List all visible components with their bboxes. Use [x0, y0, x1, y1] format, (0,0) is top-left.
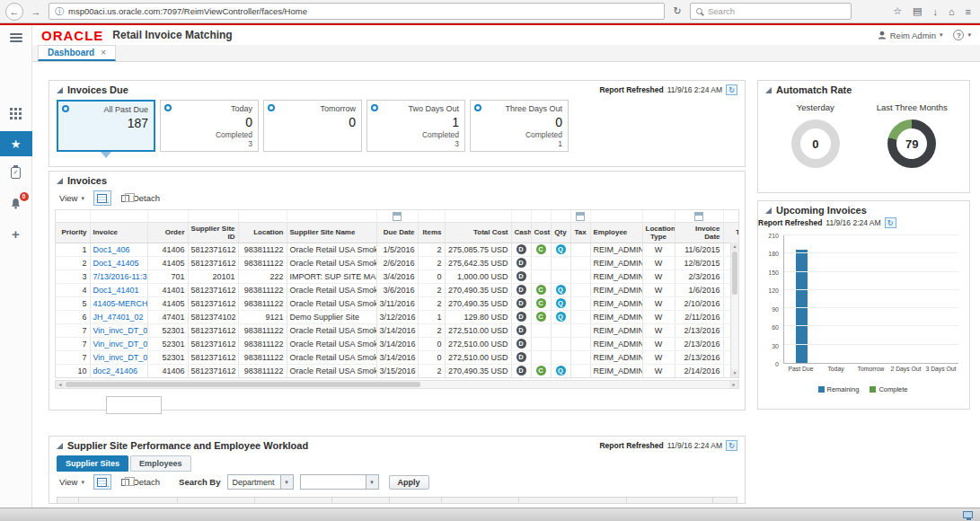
column-header-invoice[interactable]: Invoice: [90, 222, 147, 243]
column-header-location[interactable]: Location: [238, 222, 287, 243]
column-header-tax[interactable]: Tax: [570, 222, 590, 243]
user-menu[interactable]: Reim Admin ▾ ? ▾: [878, 30, 971, 40]
invoice-link[interactable]: Vin_invc_DT_0...: [93, 326, 148, 335]
search-by-select[interactable]: Department ▾: [227, 474, 294, 490]
scroll-right-arrow[interactable]: ►: [729, 381, 738, 388]
bar-past-due[interactable]: [796, 250, 808, 363]
calendar-icon[interactable]: [393, 212, 402, 221]
reload-button[interactable]: ↻: [669, 4, 685, 20]
collapse-triangle-icon[interactable]: [765, 208, 772, 214]
hamburger-icon: [10, 31, 22, 44]
invoices-due-card-three-days-out[interactable]: Three Days Out0Completed1: [470, 100, 569, 152]
calendar-icon[interactable]: [694, 212, 703, 221]
column-header-supplier-site-id[interactable]: Supplier Site ID: [188, 222, 238, 243]
collapse-triangle-icon[interactable]: [57, 87, 63, 93]
nav-dashboard-button[interactable]: ★: [0, 131, 32, 156]
invoice-link[interactable]: 41405-MERCH1: [93, 299, 148, 308]
column-header-total-cost[interactable]: Total Cost: [445, 222, 511, 243]
collapse-triangle-icon[interactable]: [57, 178, 63, 184]
invoice-row[interactable]: 37/13/2016-11:3670120101222IMPORT: SUP S…: [56, 269, 739, 283]
nav-tasks-button[interactable]: ✓: [0, 160, 32, 185]
column-header: [79, 498, 178, 504]
tab-supplier-sites[interactable]: Supplier Sites: [57, 455, 128, 472]
invoice-row[interactable]: 10doc2_41406414065812371612983811122Orac…: [56, 364, 739, 377]
menu-icon[interactable]: ≡: [966, 6, 971, 17]
bookmark-star-icon[interactable]: ☆: [893, 5, 902, 17]
search-value-select[interactable]: ▾: [300, 474, 379, 490]
column-header-invoice-date[interactable]: Invoice Date: [675, 222, 723, 243]
export-to-excel-button[interactable]: [93, 474, 111, 490]
detach-button[interactable]: Detach: [118, 475, 163, 489]
nav-notifications-button[interactable]: 0: [0, 190, 32, 216]
export-to-excel-button[interactable]: [93, 190, 111, 206]
nav-add-button[interactable]: +: [0, 221, 32, 246]
invoices-due-card-all-past-due[interactable]: All Past Due187: [57, 100, 155, 152]
refresh-report-icon[interactable]: ↻: [726, 440, 737, 451]
browser-search-field[interactable]: Search: [690, 3, 852, 20]
forward-button[interactable]: →: [28, 4, 44, 20]
invoice-link[interactable]: Vin_invc_DT_0...: [93, 353, 148, 362]
view-menu-button[interactable]: View ▾: [57, 191, 87, 205]
invoices-due-card-today[interactable]: Today0Completed3: [160, 100, 259, 152]
invoice-row[interactable]: 7Vin_invc_DT_0...52301581237161298381112…: [56, 323, 739, 337]
refresh-report-icon[interactable]: ↻: [726, 84, 737, 95]
collapse-triangle-icon[interactable]: [765, 87, 772, 93]
invoice-link[interactable]: JH_47401_02: [93, 313, 144, 322]
apply-button[interactable]: Apply: [389, 475, 429, 490]
invoice-row[interactable]: 4Doc1_41401414015812371612983811122Oracl…: [56, 283, 739, 296]
invoice-link[interactable]: Doc1_406: [93, 245, 130, 254]
invoice-row[interactable]: 1Doc1_406414065812371612983811122Oracle …: [56, 243, 739, 256]
refresh-report-icon[interactable]: ↻: [885, 217, 896, 228]
column-header-qty[interactable]: Qty: [551, 222, 570, 243]
back-button[interactable]: ←: [5, 3, 23, 21]
calendar-icon[interactable]: [576, 212, 585, 221]
invoice-link[interactable]: doc2_41406: [93, 366, 138, 375]
invoice-link[interactable]: Doc1_41401: [93, 286, 139, 295]
invoice-row[interactable]: 541405-MERCH1414055812371612983811122Ora…: [56, 296, 739, 310]
column-header-employee[interactable]: Employee: [590, 222, 642, 243]
column-header-total[interactable]: Total: [723, 222, 739, 243]
column-header-due-date[interactable]: Due Date: [376, 222, 418, 243]
invoice-row[interactable]: 7Vin_invc_DT_0...52301581237161298381112…: [56, 337, 739, 350]
vertical-scrollbar[interactable]: ▲ ▼: [730, 243, 738, 377]
invoice-link[interactable]: 7/13/2016-11:36: [93, 272, 148, 281]
column-header-priority[interactable]: Priority: [56, 222, 90, 243]
scroll-down-arrow[interactable]: ▼: [731, 369, 738, 377]
invoice-link[interactable]: Doc1_41405: [93, 259, 139, 268]
nav-drawer-toggle[interactable]: [0, 25, 32, 50]
library-icon[interactable]: ▤: [913, 5, 922, 17]
collapse-triangle-icon[interactable]: [57, 443, 63, 449]
scroll-left-arrow[interactable]: ◄: [56, 381, 65, 388]
drill-icon: [474, 104, 481, 111]
page-info-icon[interactable]: ⓘ: [55, 5, 64, 18]
invoice-row[interactable]: 2Doc1_41405414055812371612983811122Oracl…: [56, 256, 739, 269]
help-icon[interactable]: ?: [953, 30, 964, 40]
invoices-due-card-tomorrow[interactable]: Tomorrow0: [263, 100, 362, 152]
column-header-cost[interactable]: Cost: [531, 222, 551, 243]
column-header-cash[interactable]: Cash: [511, 222, 531, 243]
column-header-items[interactable]: Items: [418, 222, 445, 243]
tray-network-icon[interactable]: [963, 511, 973, 518]
detach-button[interactable]: Detach: [118, 191, 163, 205]
column-header: [442, 498, 519, 504]
invoice-row[interactable]: 6JH_47401_024740158123741029121Demo Supp…: [56, 310, 739, 323]
horizontal-scroll-thumb[interactable]: [66, 382, 420, 387]
column-header-supplier-site-name[interactable]: Supplier Site Name: [287, 222, 376, 243]
column-header-location-type[interactable]: Location Type: [642, 222, 675, 243]
downloads-icon[interactable]: ↓: [932, 6, 938, 17]
invoices-due-card-two-days-out[interactable]: Two Days Out1Completed3: [366, 100, 465, 152]
tab-employees[interactable]: Employees: [130, 455, 191, 472]
yesterday-label: Yesterday: [767, 102, 864, 112]
home-icon[interactable]: ⌂: [949, 6, 955, 17]
invoice-link[interactable]: Vin_invc_DT_0...: [93, 340, 148, 349]
horizontal-scrollbar[interactable]: ◄ ►: [55, 380, 739, 389]
column-header-order[interactable]: Order: [147, 222, 188, 243]
invoice-row[interactable]: 7Vin_invc_DT_0...52301581237161298381112…: [56, 350, 739, 364]
scroll-up-arrow[interactable]: ▲: [731, 243, 738, 251]
close-icon[interactable]: ×: [101, 48, 106, 57]
nav-grid-button[interactable]: [0, 101, 32, 126]
view-menu-button[interactable]: View ▾: [57, 475, 87, 489]
url-bar[interactable]: ⓘ msp00aci.us.oracle.com:7097/ReimViewCo…: [49, 3, 665, 20]
tab-dashboard[interactable]: Dashboard ×: [38, 45, 116, 61]
vertical-scroll-thumb[interactable]: [732, 252, 737, 295]
